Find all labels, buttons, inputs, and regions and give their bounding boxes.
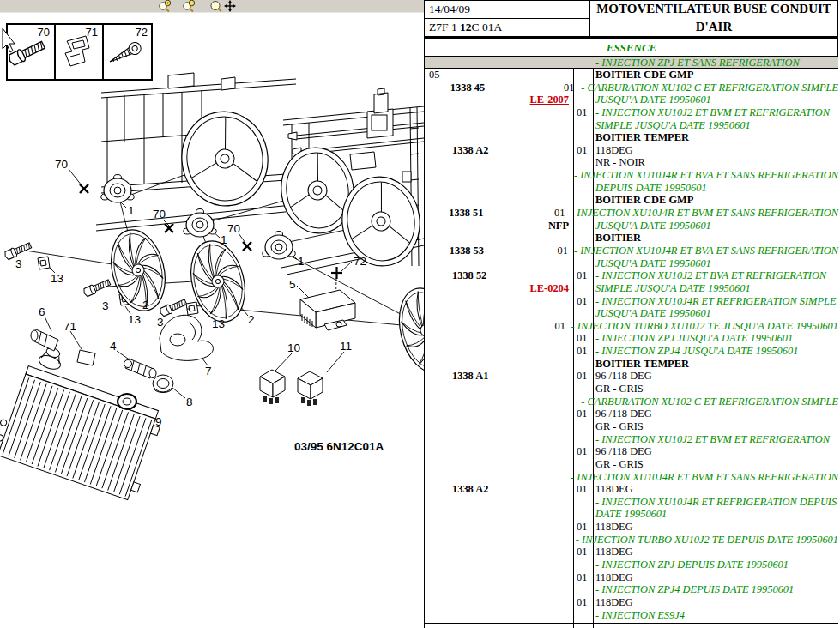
item-number: 05 [425, 69, 450, 82]
part-reference: LE-0204 [450, 282, 573, 295]
parts-table-line[interactable]: 1338 5101- INJECTION XU10J4R ET BVM ET S… [425, 207, 838, 220]
parts-table-line: GR - GRIS [425, 420, 838, 433]
item-number [425, 307, 450, 320]
clip-13c [186, 302, 198, 315]
parts-table-line: LE-2007JUSQU'A DATE 19950601 [425, 94, 838, 106]
bolt-3b [82, 278, 112, 298]
quantity [573, 383, 593, 396]
parts-table-line[interactable]: 1338 5301- INJECTION XU10J4R ET BVA ET S… [425, 245, 838, 257]
part-reference: 1338 A2 [450, 483, 573, 496]
description: BOITIER [593, 232, 838, 245]
ecu-module-5 [300, 290, 355, 330]
parts-table-line[interactable]: 1338 5201- INJECTION XU10J2 ET BVA ET RE… [425, 269, 838, 282]
description: JUSQU'A DATE 19950601 [593, 94, 838, 106]
quantity [573, 232, 593, 245]
item-number [425, 521, 450, 534]
minus-badge: − [190, 0, 194, 7]
part-reference [450, 106, 573, 119]
le-link[interactable]: LE-2007 [530, 94, 569, 106]
part-number-label: 3 [15, 257, 22, 270]
part-number-label: 1 [221, 233, 227, 246]
parts-table-line: 05BOITIER CDE GMP [425, 69, 838, 82]
zoom-out-button[interactable]: − [182, 0, 197, 12]
quantity [573, 194, 593, 207]
quantity: 01 [554, 245, 571, 257]
description: 118DEG [593, 521, 838, 534]
parts-table-line[interactable]: 1338 4501- CARBURATION XU102 C ET REFRIG… [425, 82, 838, 94]
part-reference [447, 169, 554, 182]
part-number-label: 2 [248, 313, 255, 326]
divider [425, 18, 589, 19]
part-reference [450, 69, 573, 82]
description: - INJECTION ZPJ JUSQU'A DATE 19950601 [593, 332, 838, 345]
part-thumbnails[interactable] [7, 24, 152, 80]
part-reference [450, 583, 573, 596]
parts-table-line[interactable]: 1338 A201118DEG [425, 144, 838, 157]
parts-table-line: 0196 /118 DEG [425, 408, 838, 420]
quantity: 01 [560, 82, 578, 94]
part-number-label: 7 [205, 365, 212, 377]
description: BOITIER TEMPER [593, 358, 838, 371]
item-number [425, 320, 446, 333]
description: NR - NOIR [593, 156, 838, 169]
part-reference: 1338 A1 [450, 370, 573, 383]
description: GR - GRIS [593, 420, 838, 433]
item-number [425, 408, 450, 420]
description: BOITIER TEMPER [593, 131, 838, 144]
parts-table-line: - INJECTION XU10J4R ET REFRIGERATION DEP… [425, 496, 838, 509]
thumbnail-part-number: 70 [38, 26, 50, 39]
item-number [425, 232, 450, 245]
zoom-pan-button[interactable] [208, 0, 238, 12]
description: JUSQU'A DATE 19950601 [593, 307, 838, 320]
diagram-caption: 03/95 6N12C01A [294, 440, 384, 453]
highlighted-row[interactable]: - INJECTION ZPJ ET SANS REFRIGERATION [425, 57, 838, 68]
parts-table-line: - INJECTION XU10J2 ET BVM ET REFRIGERATI… [425, 433, 838, 446]
item-number [425, 345, 450, 358]
description: 118DEG [593, 483, 838, 496]
parts-table-line: - INJECTION XU10J4R ET BVA ET SANS REFRI… [425, 169, 838, 182]
highlighted-row-desc: - INJECTION ZPJ ET SANS REFRIGERATION [595, 57, 800, 69]
quantity [554, 169, 571, 182]
part-number-label: 6 [39, 305, 45, 318]
parts-table-line: - INJECTION ZPJ DEPUIS DATE 19950601 [425, 559, 838, 571]
parts-table-line: - INJECTION ES9J4 [425, 609, 838, 622]
part-reference [446, 471, 551, 484]
item-number [425, 546, 450, 559]
part-reference [450, 546, 573, 559]
part-reference [450, 345, 573, 358]
clip-71 [77, 350, 95, 365]
part-number-label: 9 [155, 415, 162, 428]
description: - INJECTION XU10J4R ET BVM ET SANS REFRI… [568, 471, 838, 484]
description: - INJECTION XU10J2 ET BVM ET REFRIGERATI… [593, 433, 838, 446]
le-link[interactable]: LE-0204 [530, 282, 569, 295]
part-reference [450, 496, 573, 509]
item-number [425, 445, 450, 458]
item-number [425, 207, 446, 220]
quantity: 01 [573, 332, 593, 345]
parts-table-line[interactable]: 1338 A201118DEG [425, 483, 838, 496]
part-number-label: 1 [128, 204, 135, 217]
part-reference [450, 358, 573, 371]
screw-mark-72 [331, 267, 342, 279]
description: 118DEG [593, 596, 838, 609]
plus-badge: + [166, 0, 170, 6]
quantity: 01 [573, 596, 593, 609]
zoom-in-button[interactable]: + [158, 0, 173, 12]
parts-table-line: 01- INJECTION TURBO XU10J2 TE JUSQU'A DA… [425, 320, 838, 333]
part-reference: 1338 51 [446, 207, 551, 220]
page-title: MOTOVENTILATEUR BUSE CONDUIT [589, 2, 838, 16]
document-date: 14/04/09 [429, 3, 470, 16]
parts-table-line[interactable]: 1338 A10196 /118 DEG [425, 370, 838, 383]
quantity: 01 [573, 370, 593, 383]
quantity [573, 420, 593, 433]
parts-table-line: BOITIER [425, 232, 838, 245]
fuel-type-header: ESSENCE [425, 41, 838, 55]
description: - INJECTION TURBO XU10J2 TE DEPUIS DATE … [573, 534, 838, 546]
parts-table-line: 01118DEG [425, 571, 838, 584]
quantity [573, 508, 593, 521]
part-reference [450, 508, 573, 521]
item-number [425, 282, 450, 295]
part-number-label: 4 [110, 340, 117, 353]
quantity: 01 [573, 445, 593, 458]
description: - INJECTION ES9J4 [593, 609, 838, 622]
